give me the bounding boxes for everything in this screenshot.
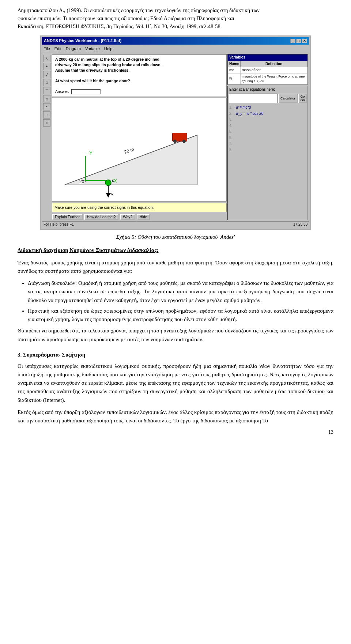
answer-label: Answer:	[55, 89, 69, 94]
physics-svg: 20⁰ 20 m +Y +X c	[52, 98, 226, 201]
variables-header: Variables	[228, 54, 307, 61]
eq-row-1: 1. w = mc*g	[229, 105, 306, 111]
eq-input-field[interactable]	[229, 94, 278, 103]
problem-line3: Assume that the driveway is frictionless…	[55, 68, 223, 73]
menu-help[interactable]: Help	[104, 46, 113, 52]
page-number: 13	[18, 429, 333, 436]
eq-row-5: 5.	[229, 129, 306, 135]
window-controls: _ □ ✕	[290, 39, 307, 43]
var-row-w: w magnitude of the Weight Force on c at …	[228, 74, 307, 84]
svg-point-5	[173, 140, 177, 143]
physics-canvas: 20⁰ 20 m +Y +X c	[52, 98, 227, 202]
close-btn[interactable]: ✕	[302, 39, 307, 43]
tool-line[interactable]: ╱	[43, 71, 50, 78]
eq-text-1: w = mc*g	[236, 105, 251, 110]
var-def-w: magnitude of the Weight Force on c at ti…	[241, 74, 307, 84]
svg-text:w: w	[110, 191, 114, 195]
problem-answer-row: Answer:	[55, 89, 223, 94]
calculator-btn[interactable]: Calculator	[278, 94, 298, 103]
variables-box: Variables Name Definition mc mass of car	[227, 54, 308, 85]
go-btn[interactable]: Go Gri	[298, 94, 307, 103]
tool-rect[interactable]: □	[43, 79, 50, 86]
tool-tri[interactable]: △	[43, 95, 50, 102]
variables-table: Name Definition mc mass of car w magnitu…	[228, 61, 307, 84]
menu-diagram[interactable]: Diagram	[66, 46, 81, 52]
tool-vec[interactable]: →	[43, 111, 50, 118]
svg-point-11	[105, 180, 111, 186]
menu-file[interactable]: File	[44, 46, 50, 52]
tool-circ[interactable]: ○	[43, 119, 50, 127]
how-btn[interactable]: How do I do that?	[84, 214, 118, 220]
hide-btn[interactable]: Hide	[137, 214, 150, 220]
eq-row-2: 2. w_y = w * cos 20	[229, 111, 306, 117]
svg-text:c: c	[112, 178, 114, 182]
eq-row-3: 3.	[229, 117, 306, 123]
svg-text:+Y: +Y	[87, 151, 93, 156]
button-row: Explain Further How do I do that? Why? H…	[52, 213, 227, 220]
window-title-bar: ANDES Physics Workbench - [P11.2.fbd] _ …	[42, 37, 309, 45]
maximize-btn[interactable]: □	[296, 39, 301, 43]
eq-row-7: 7.	[229, 141, 306, 147]
minimize-btn[interactable]: _	[290, 39, 295, 43]
eq-num-2: 2.	[229, 111, 234, 117]
col-name: Name	[228, 61, 241, 67]
equations-list: 1. w = mc*g 2. w_y = w * cos 20 3. 4. 5.…	[228, 104, 307, 154]
app-content: ↖ + ╱ □ ⌒ △ • → ○ A 2000-kg car in neutr…	[42, 53, 309, 221]
tool-dot[interactable]: •	[43, 103, 50, 110]
eq-row-6: 6.	[229, 135, 306, 141]
problem-line2: driveway 20 m long slips its parking bra…	[55, 62, 223, 68]
header-reference: Δημητρακοπούλου Α., (1999). Οι εκπαιδευτ…	[18, 7, 333, 30]
eq-label: Enter scalar equations here:	[228, 86, 307, 93]
section3-para-1: Οι υπάρχουσες κατηγορίες εκπαιδευτικού λ…	[18, 362, 333, 404]
status-time: 17:25:30	[293, 222, 307, 227]
svg-point-6	[182, 140, 186, 143]
problem-line1: A 2000-kg car in neutral at the top of a…	[55, 57, 223, 62]
bullet-list: Διάγνωση δυσκολιών: Ομαδική ή ατομική χρ…	[28, 279, 333, 324]
section-heading-text: Διδακτική διαχείριση Νοημόνων Συστημάτων…	[18, 246, 333, 255]
why-btn[interactable]: Why?	[120, 214, 135, 220]
var-def-mc: mass of car	[241, 67, 307, 74]
hint-box: Make sure you are using the correct sign…	[52, 203, 227, 212]
menu-edit[interactable]: Edit	[54, 46, 61, 52]
equations-panel: Enter scalar equations here: Calculator …	[227, 86, 308, 220]
paragraph-1: Ένας δυνατός τρόπος χρήσης είναι η ατομι…	[18, 259, 333, 276]
col-def: Definition	[241, 61, 307, 67]
status-bar: For Help, press F1 17:25:30	[42, 221, 309, 228]
problem-text-box: A 2000-kg car in neutral at the top of a…	[52, 54, 227, 97]
eq-row-4: 4.	[229, 123, 306, 129]
eq-num-1: 1.	[229, 105, 234, 110]
figure-caption: Σχήμα 5: Οθόνη του εκπαιδευτικού λογισμι…	[18, 233, 333, 241]
section3-heading: 3. Συμπεράσματα- Συζήτηση	[18, 351, 333, 359]
status-help: For Help, press F1	[44, 222, 74, 227]
svg-text:20 m: 20 m	[124, 147, 135, 155]
label-to: Το	[262, 418, 268, 423]
window-title: ANDES Physics Workbench - [P11.2.fbd]	[44, 38, 121, 44]
tool-arrow[interactable]: ↖	[43, 55, 50, 62]
left-toolbar: ↖ + ╱ □ ⌒ △ • → ○	[43, 54, 51, 220]
main-drawing-area: A 2000-kg car in neutral at the top of a…	[52, 54, 227, 220]
var-name-w: w	[228, 74, 241, 84]
bullet-item-2: Πρακτική και εξάσκηση σε ώρες αφιερωμένε…	[28, 307, 333, 324]
var-row-mc: mc mass of car	[228, 67, 307, 74]
answer-input[interactable]	[71, 89, 101, 94]
var-name-mc: mc	[228, 67, 241, 74]
problem-question: At what speed will it hit the garage doo…	[55, 78, 223, 84]
eq-row-8: 8.	[229, 147, 306, 153]
explain-further-btn[interactable]: Explain Further	[52, 214, 83, 220]
section3-para-2: Εκτός όμως από την ύπαρξη αξιόλογων εκπα…	[18, 408, 333, 425]
bullet-item-1: Διάγνωση δυσκολιών: Ομαδική ή ατομική χρ…	[28, 279, 333, 305]
tool-curve[interactable]: ⌒	[43, 87, 50, 94]
tool-plus[interactable]: +	[43, 63, 50, 70]
eq-input-row: Calculator Go Gri	[228, 93, 307, 104]
right-panel: Variables Name Definition mc mass of car	[227, 54, 308, 220]
software-screenshot: ANDES Physics Workbench - [P11.2.fbd] _ …	[40, 35, 311, 229]
eq-text-2: w_y = w * cos 20	[236, 111, 263, 117]
menu-bar: File Edit Diagram Variable Help	[42, 45, 309, 53]
hint-text: Make sure you are using the correct sign…	[54, 205, 154, 210]
paragraph-2: Θα πρέπει να σημειωθεί ότι, τα τελευταία…	[18, 327, 333, 344]
menu-variable[interactable]: Variable	[85, 46, 100, 52]
